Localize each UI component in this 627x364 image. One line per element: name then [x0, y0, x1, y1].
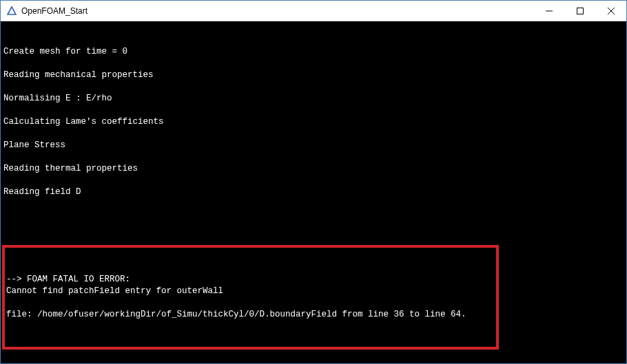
minimize-button[interactable] [533, 1, 564, 21]
terminal-line: Calculating Lame's coefficients [3, 116, 624, 128]
terminal-line: Plane Stress [3, 140, 624, 151]
terminal-line: Reading thermal properties [3, 163, 624, 175]
terminal-line [3, 175, 624, 186]
svg-rect-2 [577, 8, 583, 14]
terminal-line: Reading mechanical properties [3, 69, 624, 81]
terminal-error-line: --> FOAM FATAL IO ERROR: [6, 274, 495, 286]
terminal-error-line: file: /home/ofuser/workingDir/of_Simu/th… [6, 309, 495, 321]
close-button[interactable] [595, 1, 626, 21]
app-window: OpenFOAM_Start Create mesh for time = 0R… [0, 0, 627, 364]
window-controls [533, 1, 626, 21]
terminal-line [3, 128, 624, 140]
terminal-line: Create mesh for time = 0 [3, 46, 624, 58]
svg-marker-0 [8, 7, 16, 14]
terminal-line [3, 198, 624, 210]
terminal-line [3, 105, 624, 116]
app-icon [6, 6, 17, 17]
terminal-line [3, 210, 624, 222]
terminal-line [3, 58, 624, 69]
terminal-error-line: Cannot find patchField entry for outerWa… [6, 286, 495, 297]
terminal-error-line [6, 297, 495, 309]
maximize-button[interactable] [564, 1, 595, 21]
terminal-line: Normalising E : E/rho [3, 93, 624, 105]
terminal-line [3, 81, 624, 93]
window-title: OpenFOAM_Start [21, 6, 533, 16]
error-highlight-box: --> FOAM FATAL IO ERROR:Cannot find patc… [2, 245, 499, 350]
terminal-output[interactable]: Create mesh for time = 0Reading mechanic… [1, 21, 626, 363]
titlebar[interactable]: OpenFOAM_Start [1, 1, 626, 21]
terminal-line [3, 151, 624, 163]
terminal-line: Reading field D [3, 186, 624, 198]
